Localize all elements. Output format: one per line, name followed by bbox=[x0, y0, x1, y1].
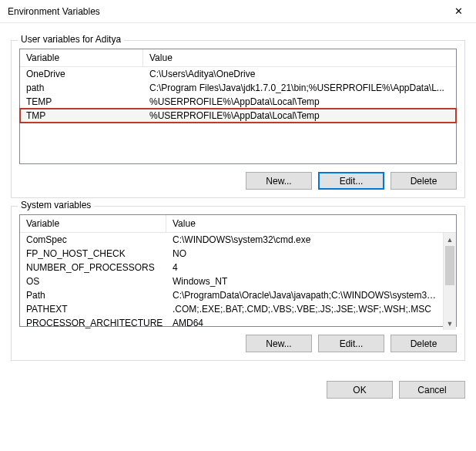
table-row[interactable]: path C:\Program Files\Java\jdk1.7.0_21\b… bbox=[20, 81, 456, 95]
table-row[interactable]: Path C:\ProgramData\Oracle\Java\javapath… bbox=[20, 288, 443, 302]
user-variables-list[interactable]: Variable Value OneDrive C:\Users\Aditya\… bbox=[19, 49, 457, 164]
dialog-content: User variables for Aditya Variable Value… bbox=[0, 23, 476, 375]
cancel-button[interactable]: Cancel bbox=[399, 381, 465, 399]
close-button[interactable]: ✕ bbox=[441, 0, 476, 23]
cell-value: %USERPROFILE%\AppData\Local\Temp bbox=[143, 95, 456, 109]
cell-variable: FP_NO_HOST_CHECK bbox=[20, 247, 166, 261]
dialog-footer: OK Cancel bbox=[0, 375, 476, 399]
table-row[interactable]: FP_NO_HOST_CHECK NO bbox=[20, 247, 443, 261]
scroll-down-icon[interactable]: ▼ bbox=[444, 317, 456, 330]
cell-value: C:\Program Files\Java\jdk1.7.0_21\bin;%U… bbox=[143, 81, 456, 95]
table-row[interactable]: OS Windows_NT bbox=[20, 274, 443, 288]
system-variables-list[interactable]: Variable Value ComSpec C:\WINDOWS\system… bbox=[19, 214, 457, 327]
cell-value: Windows_NT bbox=[166, 274, 443, 288]
close-icon: ✕ bbox=[454, 5, 463, 17]
cell-variable: ComSpec bbox=[20, 233, 166, 247]
cell-value: .COM;.EXE;.BAT;.CMD;.VBS;.VBE;.JS;.JSE;.… bbox=[166, 302, 443, 316]
title-bar: Environment Variables ✕ bbox=[0, 0, 476, 23]
cell-variable: TEMP bbox=[20, 95, 143, 109]
column-variable[interactable]: Variable bbox=[20, 49, 143, 66]
delete-button[interactable]: Delete bbox=[391, 172, 457, 190]
scrollbar[interactable]: ▲ ▼ bbox=[443, 233, 456, 330]
table-row[interactable]: TEMP %USERPROFILE%\AppData\Local\Temp bbox=[20, 95, 456, 109]
system-variables-group: System variables Variable Value ComSpec … bbox=[11, 206, 465, 361]
window-title: Environment Variables bbox=[8, 6, 441, 17]
user-list-header: Variable Value bbox=[20, 49, 456, 67]
user-buttons: New... Edit... Delete bbox=[19, 172, 457, 190]
column-variable[interactable]: Variable bbox=[20, 215, 166, 232]
table-row[interactable]: ComSpec C:\WINDOWS\system32\cmd.exe bbox=[20, 233, 443, 247]
cell-value: 4 bbox=[166, 261, 443, 274]
user-group-label: User variables for Aditya bbox=[18, 34, 124, 45]
cell-value: NO bbox=[166, 247, 443, 261]
cell-variable: PATHEXT bbox=[20, 302, 166, 316]
cell-variable: PROCESSOR_ARCHITECTURE bbox=[20, 316, 166, 330]
cell-variable: NUMBER_OF_PROCESSORS bbox=[20, 261, 166, 274]
table-row[interactable]: PATHEXT .COM;.EXE;.BAT;.CMD;.VBS;.VBE;.J… bbox=[20, 302, 443, 316]
cell-value: C:\ProgramData\Oracle\Java\javapath;C:\W… bbox=[166, 288, 443, 302]
cell-value: %USERPROFILE%\AppData\Local\Temp bbox=[143, 109, 456, 123]
column-value[interactable]: Value bbox=[166, 215, 456, 232]
user-variables-group: User variables for Aditya Variable Value… bbox=[11, 40, 465, 198]
cell-variable: Path bbox=[20, 288, 166, 302]
edit-button[interactable]: Edit... bbox=[318, 172, 384, 190]
cell-variable: TMP bbox=[20, 109, 143, 123]
table-row[interactable]: PROCESSOR_ARCHITECTURE AMD64 bbox=[20, 316, 443, 330]
scroll-track[interactable] bbox=[444, 246, 456, 317]
cell-value: C:\Users\Aditya\OneDrive bbox=[143, 67, 456, 81]
system-list-header: Variable Value bbox=[20, 215, 456, 233]
new-button[interactable]: New... bbox=[246, 172, 312, 190]
system-group-label: System variables bbox=[18, 200, 94, 210]
table-row[interactable]: NUMBER_OF_PROCESSORS 4 bbox=[20, 261, 443, 274]
scroll-thumb[interactable] bbox=[445, 246, 454, 285]
cell-value: C:\WINDOWS\system32\cmd.exe bbox=[166, 233, 443, 247]
table-row-selected[interactable]: TMP %USERPROFILE%\AppData\Local\Temp bbox=[20, 109, 456, 123]
cell-variable: path bbox=[20, 81, 143, 95]
ok-button[interactable]: OK bbox=[327, 381, 393, 399]
cell-value: AMD64 bbox=[166, 316, 443, 330]
cell-variable: OS bbox=[20, 274, 166, 288]
scroll-up-icon[interactable]: ▲ bbox=[444, 233, 456, 246]
column-value[interactable]: Value bbox=[143, 49, 456, 66]
table-row[interactable]: OneDrive C:\Users\Aditya\OneDrive bbox=[20, 67, 456, 81]
cell-variable: OneDrive bbox=[20, 67, 143, 81]
